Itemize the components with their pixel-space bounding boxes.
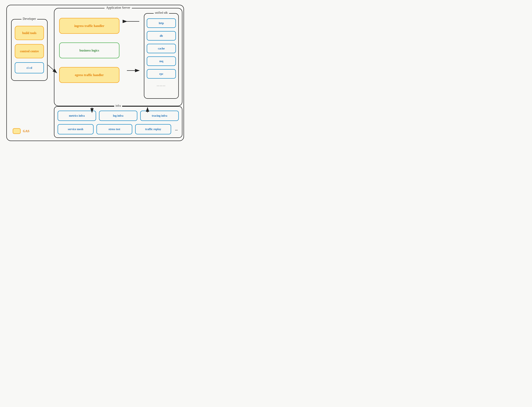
sdk-http-box: http <box>147 18 176 28</box>
sdk-http-label: http <box>159 22 164 25</box>
sdk-mq-box: mq <box>147 56 176 66</box>
service-mesh-label: service mesh <box>68 128 83 131</box>
egress-handler-box: egress traffic handler <box>59 67 120 83</box>
diagram-root: Developer build tools control centre ci … <box>5 3 185 143</box>
sdk-db-label: db <box>160 34 163 38</box>
ci-cd-box: ci cd <box>15 62 44 73</box>
app-server-box: Application Server ingress traffic handl… <box>54 8 182 106</box>
infra-box: infra metrics infra log infra tracing in… <box>54 106 182 138</box>
developer-label: Developer <box>21 17 37 21</box>
service-mesh-box: service mesh <box>57 124 94 134</box>
stress-test-label: stress test <box>108 128 120 131</box>
ingress-handler-label: ingress traffic handler <box>74 24 104 28</box>
app-server-label: Application Server <box>105 6 132 9</box>
sdk-db-box: db <box>147 31 176 40</box>
control-centre-label: control centre <box>20 49 39 53</box>
legend-gas-label: GAS <box>23 129 29 133</box>
ingress-handler-box: ingress traffic handler <box>59 18 120 34</box>
unified-sdk-box: unified sdk http db cache mq rpc ...... <box>144 13 179 99</box>
unified-sdk-label: unified sdk <box>154 11 169 15</box>
sdk-dots: ...... <box>147 82 176 88</box>
tracing-infra-box: tracing infra <box>140 111 179 121</box>
stress-test-box: stress test <box>97 124 132 134</box>
metrics-infra-box: metrics infra <box>57 111 96 121</box>
log-infra-label: log infra <box>113 114 123 117</box>
legend: GAS <box>13 128 29 134</box>
sdk-rpc-box: rpc <box>147 69 176 78</box>
developer-box: Developer build tools control centre ci … <box>11 19 48 81</box>
ci-cd-label: ci cd <box>26 66 32 70</box>
infra-row2: service mesh stress test traffic replay … <box>57 124 179 134</box>
business-logics-box: business logics <box>59 42 120 58</box>
legend-gas-box <box>13 128 21 134</box>
egress-handler-label: egress traffic handler <box>75 73 104 77</box>
sdk-cache-label: cache <box>158 47 165 50</box>
infra-dots: ... <box>174 124 179 134</box>
traffic-replay-label: traffic replay <box>145 128 161 131</box>
control-centre-box: control centre <box>15 44 44 58</box>
log-infra-box: log infra <box>99 111 137 121</box>
sdk-rpc-label: rpc <box>159 72 163 76</box>
sdk-mq-label: mq <box>159 60 163 63</box>
infra-label: infra <box>114 104 122 108</box>
business-logics-label: business logics <box>80 49 99 52</box>
sdk-cache-box: cache <box>147 44 176 53</box>
build-tools-box: build tools <box>15 26 44 40</box>
traffic-replay-box: traffic replay <box>135 124 171 134</box>
tracing-infra-label: tracing infra <box>152 114 167 117</box>
infra-row1: metrics infra log infra tracing infra <box>57 111 179 121</box>
metrics-infra-label: metrics infra <box>69 114 85 117</box>
build-tools-label: build tools <box>22 31 36 35</box>
